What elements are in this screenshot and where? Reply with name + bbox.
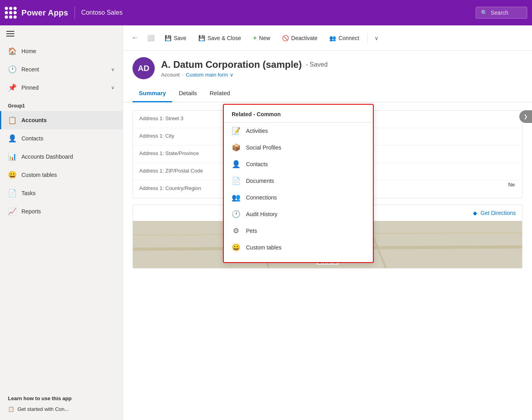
more-actions-button[interactable]: ∨ <box>371 31 382 45</box>
connect-button[interactable]: 👥 Connect <box>324 32 364 44</box>
app-grid-icon[interactable] <box>5 7 17 19</box>
tab-details[interactable]: Details <box>172 85 203 102</box>
record-entity-type: Account <box>161 72 180 78</box>
deactivate-button[interactable]: 🚫 Deactivate <box>277 32 323 44</box>
audit-history-icon: 🕐 <box>232 210 240 219</box>
related-item-activities[interactable]: 📝 Activities <box>224 123 373 139</box>
related-dropdown-panel: Related - Common 📝 Activities 📦 Social P… <box>223 104 374 263</box>
pets-icon: ⚙ <box>232 226 240 235</box>
sidebar-item-label: Home <box>21 48 36 54</box>
field-label: Address 1: Country/Region <box>139 184 219 191</box>
sidebar-item-label: Tasks <box>21 190 36 196</box>
related-item-connections[interactable]: 👥 Connections <box>224 189 373 206</box>
related-item-social-profiles[interactable]: 📦 Social Profiles <box>224 139 373 156</box>
connections-icon: 👥 <box>232 193 240 202</box>
sidebar-item-label: Pinned <box>21 84 39 91</box>
record-header: AD A. Datum Corporation (sample) - Saved… <box>123 51 532 82</box>
tab-summary[interactable]: Summary <box>133 85 172 102</box>
save-close-button[interactable]: 💾 Save & Close <box>193 32 246 44</box>
sidebar-item-label: Accounts Dashboard <box>21 153 73 160</box>
related-item-label: Activities <box>246 128 268 134</box>
main-content: ← ⬜ 💾 Save 💾 Save & Close + New 🚫 Deacti… <box>123 25 532 420</box>
field-label: Address 1: State/Province <box>139 150 219 156</box>
related-item-label: Connections <box>246 194 277 201</box>
sidebar: 🏠 Home 🕐 Recent ∨ 📌 Pinned ∨ Group1 📋 Ac… <box>0 25 123 420</box>
search-icon: 🔍 <box>481 10 488 16</box>
sidebar-item-label: Custom tables <box>21 172 57 178</box>
pin-icon: 📌 <box>8 83 17 92</box>
save-close-icon: 💾 <box>198 35 205 41</box>
deactivate-icon: 🚫 <box>282 35 289 41</box>
sidebar-item-label: Recent <box>21 66 39 73</box>
recent-icon: 🕐 <box>8 65 17 74</box>
sidebar-item-label: Contacts <box>21 135 43 142</box>
sidebar-item-tasks[interactable]: 📄 Tasks <box>0 184 123 202</box>
connect-icon: 👥 <box>329 35 336 41</box>
side-panel-icon: ❯ <box>524 114 528 119</box>
related-item-documents[interactable]: 📄 Documents <box>224 173 373 189</box>
home-icon: 🏠 <box>8 47 17 56</box>
hamburger-menu[interactable] <box>0 25 123 42</box>
dashboard-icon: 📊 <box>8 152 17 161</box>
related-item-label: Audit History <box>246 211 277 217</box>
sidebar-item-contacts[interactable]: 👤 Contacts <box>0 129 123 148</box>
open-icon: ⬜ <box>147 35 155 42</box>
back-button[interactable]: ← <box>128 31 142 45</box>
app-name: Contoso Sales <box>81 9 123 16</box>
search-button[interactable]: 🔍 Search <box>476 7 527 19</box>
record-avatar: AD <box>133 57 155 79</box>
get-directions-label: Get Directions <box>480 210 516 216</box>
save-button[interactable]: 💾 Save <box>159 32 192 44</box>
related-item-pets[interactable]: ⚙ Pets <box>224 222 373 239</box>
activities-icon: 📝 <box>232 127 240 135</box>
tab-related[interactable]: Related <box>203 85 236 102</box>
record-title: A. Datum Corporation (sample) <box>161 59 302 70</box>
contacts-dropdown-icon: 👤 <box>232 160 240 169</box>
learn-section: Learn how to use this app 📋 Get started … <box>0 389 123 420</box>
search-label: Search <box>491 10 508 16</box>
sidebar-item-home[interactable]: 🏠 Home <box>0 42 123 60</box>
sidebar-item-pinned[interactable]: 📌 Pinned ∨ <box>0 79 123 97</box>
field-label: Address 1: City <box>139 132 219 139</box>
reports-icon: 📈 <box>8 207 17 216</box>
sidebar-group-label: Group1 <box>0 97 123 111</box>
related-item-label: Custom tables <box>246 244 281 251</box>
get-started-icon: 📋 <box>8 406 14 412</box>
related-dropdown-header: Related - Common <box>224 111 373 123</box>
toolbar-separator <box>367 33 368 43</box>
custom-tables-icon: 😀 <box>8 171 17 179</box>
related-item-label: Pets <box>246 228 257 234</box>
sidebar-item-label: Accounts <box>21 117 47 123</box>
related-item-custom-tables[interactable]: 😀 Custom tables <box>224 239 373 256</box>
new-button[interactable]: + New <box>248 32 275 44</box>
social-profiles-icon: 📦 <box>232 143 240 152</box>
tab-bar: Summary Details Related Related - Common… <box>123 85 532 102</box>
chevron-down-icon: ∨ <box>111 67 115 72</box>
get-started-label: Get started with Con... <box>17 406 69 412</box>
accounts-icon: 📋 <box>8 116 17 125</box>
sidebar-item-reports[interactable]: 📈 Reports <box>0 202 123 221</box>
form-selector-chevron: ∨ <box>230 72 234 78</box>
sidebar-item-recent[interactable]: 🕐 Recent ∨ <box>0 60 123 79</box>
chevron-down-icon: ∨ <box>111 85 115 90</box>
app-title: Power Apps <box>21 8 68 17</box>
directions-icon: ◆ <box>473 210 477 216</box>
related-item-label: Social Profiles <box>246 144 281 151</box>
top-navigation: Power Apps Contoso Sales 🔍 Search <box>0 0 532 25</box>
right-col-new-label: Ne <box>508 182 532 188</box>
get-started-item[interactable]: 📋 Get started with Con... <box>8 405 115 414</box>
new-icon: + <box>253 35 257 42</box>
open-record-button[interactable]: ⬜ <box>144 31 158 45</box>
save-icon: 💾 <box>165 35 171 41</box>
sidebar-item-accounts-dashboard[interactable]: 📊 Accounts Dashboard <box>0 148 123 166</box>
related-item-audit-history[interactable]: 🕐 Audit History <box>224 206 373 222</box>
sidebar-item-accounts[interactable]: 📋 Accounts <box>0 111 123 129</box>
sidebar-item-custom-tables[interactable]: 😀 Custom tables <box>0 166 123 184</box>
form-selector[interactable]: Custom main form ∨ <box>186 72 234 78</box>
side-panel-toggle[interactable]: ❯ <box>519 110 532 123</box>
field-label: Address 1: Street 3 <box>139 115 219 121</box>
tasks-icon: 📄 <box>8 189 17 198</box>
learn-title: Learn how to use this app <box>8 395 115 401</box>
related-item-contacts[interactable]: 👤 Contacts <box>224 156 373 173</box>
related-item-label: Contacts <box>246 161 268 167</box>
